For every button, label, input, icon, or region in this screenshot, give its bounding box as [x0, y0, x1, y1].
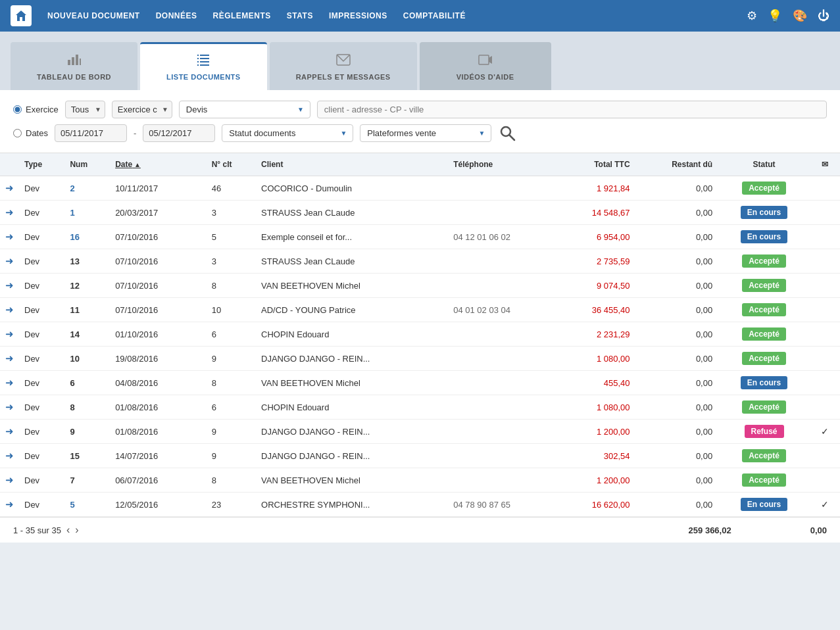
lightbulb-icon[interactable]: 💡: [768, 9, 782, 23]
table-row[interactable]: ➜ Dev 1 20/03/2017 3 STRAUSS Jean CLaude…: [0, 201, 840, 225]
search-button[interactable]: [498, 124, 516, 142]
col-header-restant[interactable]: Restant dû: [635, 153, 718, 176]
table-row[interactable]: ➜ Dev 13 07/10/2016 3 STRAUSS Jean CLaud…: [0, 249, 840, 274]
row-num[interactable]: 7: [64, 468, 110, 493]
row-total: 1 080,00: [557, 395, 635, 420]
row-num[interactable]: 14: [64, 322, 110, 347]
palette-icon[interactable]: 🎨: [793, 9, 807, 23]
table-row[interactable]: ➜ Dev 14 01/10/2016 6 CHOPIN Edouard 2 2…: [0, 322, 840, 347]
col-header-client[interactable]: Client: [256, 153, 448, 176]
svg-rect-6: [197, 58, 199, 59]
date-to-input[interactable]: [143, 124, 215, 142]
row-total: 16 620,00: [557, 493, 635, 517]
statut-select-wrap[interactable]: Statut documents Accepté En cours Refusé: [222, 124, 353, 142]
row-statut[interactable]: Accepté: [718, 395, 810, 420]
row-statut[interactable]: En cours: [718, 493, 810, 517]
row-empty: [196, 322, 207, 347]
table-row[interactable]: ➜ Dev 9 01/08/2016 9 DJANGO DJANGO - REI…: [0, 420, 840, 444]
row-statut[interactable]: Accepté: [718, 298, 810, 322]
row-num[interactable]: 9: [64, 420, 110, 444]
row-num[interactable]: 1: [64, 201, 110, 225]
col-header-telephone[interactable]: Téléphone: [448, 153, 556, 176]
document-type-select[interactable]: Devis Facture Avoir Bon de commande: [179, 101, 310, 118]
col-header-num[interactable]: Num: [64, 153, 110, 176]
document-type-select-wrap[interactable]: Devis Facture Avoir Bon de commande: [179, 101, 310, 118]
col-header-statut[interactable]: Statut: [718, 153, 810, 176]
nav-stats[interactable]: STATS: [287, 11, 313, 20]
row-statut[interactable]: Accepté: [718, 444, 810, 468]
row-num[interactable]: 5: [64, 493, 110, 517]
exercice-select[interactable]: Tous 2017 2016 2015: [65, 101, 105, 118]
exercice-radio[interactable]: [13, 105, 22, 114]
home-button[interactable]: [11, 5, 32, 26]
row-mail: [810, 468, 840, 493]
row-num[interactable]: 16: [64, 225, 110, 249]
row-statut[interactable]: Accepté: [718, 274, 810, 298]
col-header-date[interactable]: Date: [110, 153, 196, 176]
row-statut[interactable]: En cours: [718, 225, 810, 249]
page-prev-button[interactable]: ‹: [66, 524, 70, 536]
row-statut[interactable]: Accepté: [718, 249, 810, 274]
col-header-total[interactable]: Total TTC: [557, 153, 635, 176]
dates-radio-label[interactable]: Dates: [13, 128, 48, 138]
table-row[interactable]: ➜ Dev 6 04/08/2016 8 VAN BEETHOVEN Miche…: [0, 371, 840, 395]
power-icon[interactable]: ⏻: [818, 9, 829, 23]
row-num[interactable]: 13: [64, 249, 110, 274]
gear-icon[interactable]: ⚙: [747, 9, 757, 23]
table-row[interactable]: ➜ Dev 7 06/07/2016 8 VAN BEETHOVEN Miche…: [0, 468, 840, 493]
exercice-c-select[interactable]: Exercice c: [112, 101, 172, 118]
row-num[interactable]: 12: [64, 274, 110, 298]
row-num[interactable]: 6: [64, 371, 110, 395]
table-row[interactable]: ➜ Dev 12 07/10/2016 8 VAN BEETHOVEN Mich…: [0, 274, 840, 298]
row-statut[interactable]: En cours: [718, 201, 810, 225]
table-row[interactable]: ➜ Dev 2 10/11/2017 46 COCORICO - Dumouli…: [0, 176, 840, 201]
plateforme-select-wrap[interactable]: Plateformes vente: [360, 124, 491, 142]
exercice-select-wrap[interactable]: Tous 2017 2016 2015: [65, 101, 105, 118]
table-row[interactable]: ➜ Dev 5 12/05/2016 23 ORCHESTRE SYMPHONI…: [0, 493, 840, 517]
date-from-input[interactable]: [55, 124, 127, 142]
row-total: 1 200,00: [557, 420, 635, 444]
row-num[interactable]: 11: [64, 298, 110, 322]
row-statut[interactable]: En cours: [718, 371, 810, 395]
plateforme-select[interactable]: Plateformes vente: [360, 124, 491, 142]
row-telephone: 04 01 02 03 04: [448, 298, 556, 322]
tab-rappels-messages[interactable]: RAPPELS ET MESSAGES: [270, 42, 417, 90]
row-num[interactable]: 15: [64, 444, 110, 468]
table-row[interactable]: ➜ Dev 15 14/07/2016 9 DJANGO DJANGO - RE…: [0, 444, 840, 468]
row-statut[interactable]: Refusé: [718, 420, 810, 444]
client-search-input[interactable]: [317, 101, 827, 118]
tab-liste-documents[interactable]: LISTE DOCUMENTS: [140, 42, 267, 90]
col-header-type[interactable]: Type: [19, 153, 64, 176]
row-num[interactable]: 2: [64, 176, 110, 201]
row-statut[interactable]: Accepté: [718, 322, 810, 347]
nav-comptabilite[interactable]: COMPTABILITÉ: [403, 11, 466, 20]
row-statut[interactable]: Accepté: [718, 347, 810, 371]
row-arrow-icon: ➜: [0, 468, 19, 493]
table-row[interactable]: ➜ Dev 11 07/10/2016 10 AD/CD - YOUNG Pat…: [0, 298, 840, 322]
row-telephone: 04 12 01 06 02: [448, 225, 556, 249]
nav-nouveau-document[interactable]: NOUVEAU DOCUMENT: [47, 11, 140, 20]
col-header-sort-indicator: [196, 153, 207, 176]
row-client: DJANGO DJANGO - REIN...: [256, 444, 448, 468]
tab-videos-aide[interactable]: VIDÉOS D'AIDE: [420, 42, 551, 90]
row-mail: [810, 444, 840, 468]
table-row[interactable]: ➜ Dev 10 19/08/2016 9 DJANGO DJANGO - RE…: [0, 347, 840, 371]
tab-tableau-bord[interactable]: TABLEAU DE BORD: [11, 42, 137, 90]
nav-impressions[interactable]: IMPRESSIONS: [329, 11, 387, 20]
nav-donnees[interactable]: DONNÉES: [156, 11, 197, 20]
table-row[interactable]: ➜ Dev 8 01/08/2016 6 CHOPIN Edouard 1 08…: [0, 395, 840, 420]
row-num[interactable]: 8: [64, 395, 110, 420]
row-restant: 0,00: [635, 201, 718, 225]
exercice-radio-label[interactable]: Exercice: [13, 105, 59, 114]
exercice-c-select-wrap[interactable]: Exercice c: [112, 101, 172, 118]
row-num[interactable]: 10: [64, 347, 110, 371]
table-row[interactable]: ➜ Dev 16 07/10/2016 5 Exemple conseil et…: [0, 225, 840, 249]
svg-rect-9: [200, 61, 209, 62]
statut-select[interactable]: Statut documents Accepté En cours Refusé: [222, 124, 353, 142]
nav-reglements[interactable]: RÈGLEMENTS: [213, 11, 271, 20]
col-header-noclt[interactable]: N° clt: [207, 153, 256, 176]
dates-radio[interactable]: [13, 129, 22, 137]
row-statut[interactable]: Accepté: [718, 468, 810, 493]
row-statut[interactable]: Accepté: [718, 176, 810, 201]
page-next-button[interactable]: ›: [75, 524, 78, 536]
